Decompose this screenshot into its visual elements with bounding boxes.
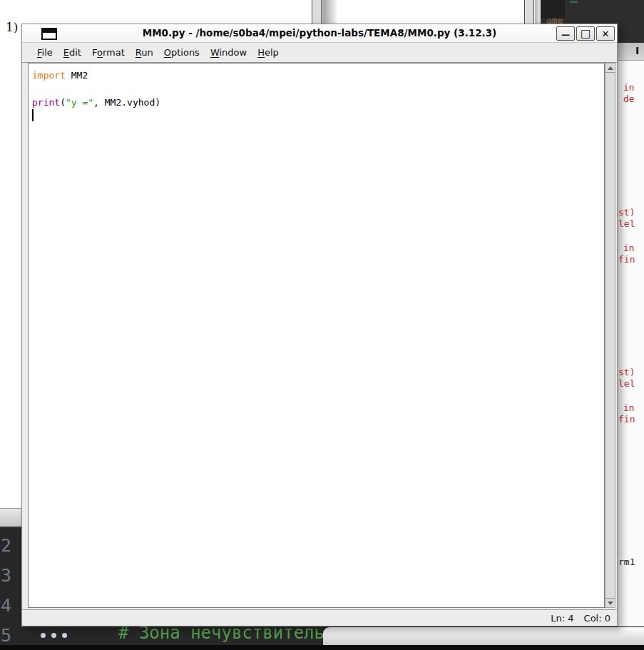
menu-format[interactable]: Format: [91, 46, 126, 59]
red-text-fragment: lel: [618, 219, 635, 229]
editor-scrollbar[interactable]: [605, 63, 615, 608]
menu-label: dit: [69, 47, 81, 58]
menu-file[interactable]: File: [36, 46, 53, 59]
statusbar: Ln: 4 Col: 0: [22, 609, 617, 626]
window-title: MM0.py - /home/s0ba4/mpei/python-labs/TE…: [22, 27, 617, 39]
red-text-fragment: in: [623, 83, 635, 93]
background-window-shadow: [322, 0, 337, 24]
background-teal-mark: [570, 1, 578, 3]
close-button[interactable]: ✕: [596, 26, 615, 41]
scrollbar-thumb[interactable]: [605, 73, 615, 598]
menu-run[interactable]: Run: [135, 46, 154, 59]
menu-label: ptions: [171, 47, 200, 58]
maximize-button[interactable]: □: [576, 26, 595, 41]
background-scrollbar[interactable]: [312, 0, 322, 24]
whitespace-dot: [62, 633, 67, 638]
triangle-down-icon: [608, 601, 613, 605]
idle-editor-window: MM0.py - /home/s0ba4/mpei/python-labs/TE…: [21, 24, 618, 626]
menu-edit[interactable]: Edit: [63, 46, 82, 59]
menu-label: F: [92, 47, 97, 58]
screen: ame I in de st) lel in fin st) lel in fi…: [0, 0, 644, 650]
red-text-fragment: de: [623, 94, 635, 104]
bottom-black-bar: [0, 645, 644, 650]
minimize-button[interactable]: —: [556, 26, 575, 41]
red-text-fragment: st): [618, 208, 635, 218]
code-token: (: [60, 97, 66, 108]
text-cursor: [32, 109, 34, 121]
code-editor[interactable]: import MM2 print("y =", MM2.vyhod): [28, 63, 605, 608]
menu-label: ile: [42, 47, 53, 58]
dark-text-fragment: rm1: [618, 557, 635, 567]
menubar: File Edit Format Run Options Window Help: [22, 43, 617, 63]
menu-label: o: [97, 47, 103, 58]
status-line: Ln: 4: [551, 613, 573, 624]
minimize-icon: —: [561, 30, 570, 40]
editor-row: import MM2 print("y =", MM2.vyhod): [27, 63, 615, 608]
header-text-fragment: I: [635, 45, 639, 56]
window-controls: — □ ✕: [556, 26, 615, 41]
whitespace-dot: [51, 633, 56, 638]
red-text-fragment: in: [623, 403, 635, 413]
menu-label: indow: [219, 47, 247, 58]
background-window-bottom-edge: [0, 508, 21, 527]
background-right-window: I: [618, 43, 644, 626]
scrollbar-up-arrow[interactable]: [605, 64, 615, 73]
titlebar[interactable]: MM0.py - /home/s0ba4/mpei/python-labs/TE…: [22, 24, 617, 43]
menu-label: rmat: [103, 47, 125, 58]
menu-label: W: [210, 47, 220, 58]
background-right-window-header: I: [618, 43, 644, 61]
menu-label: E: [63, 47, 69, 58]
maximize-icon: □: [581, 27, 591, 40]
menu-label: elp: [265, 47, 279, 58]
triangle-up-icon: [608, 66, 613, 70]
whitespace-dot: [41, 633, 46, 638]
status-col: Col: 0: [584, 613, 610, 624]
menu-label: O: [164, 47, 171, 58]
background-overlay-panel: [323, 627, 644, 646]
code-token: MM2: [66, 70, 88, 81]
menu-window[interactable]: Window: [210, 46, 247, 59]
red-text-fragment: fin: [618, 255, 635, 265]
code-token: import: [32, 70, 66, 81]
red-text-fragment: in: [623, 243, 635, 253]
scrollbar-down-arrow[interactable]: [605, 598, 615, 607]
background-window-shadow: [535, 0, 541, 24]
close-icon: ✕: [602, 29, 610, 39]
page-annotation: 1): [6, 20, 18, 34]
menu-options[interactable]: Options: [163, 46, 200, 59]
menu-label: R: [136, 47, 141, 58]
red-text-fragment: st): [618, 367, 635, 377]
line-number: 2: [1, 537, 14, 555]
red-text-fragment: lel: [618, 379, 635, 389]
code-token: print: [32, 97, 60, 108]
code-text: import MM2 print("y =", MM2.vyhod): [29, 64, 604, 109]
red-text-fragment: fin: [618, 415, 635, 425]
menu-label: H: [257, 47, 265, 58]
code-token: , MM2.vyhod): [93, 97, 160, 108]
line-number: 3: [1, 567, 14, 585]
background-scrollbar[interactable]: [524, 0, 534, 24]
code-token: "y =": [66, 97, 93, 108]
menu-label: un: [141, 47, 153, 58]
line-number: 4: [1, 596, 14, 615]
line-number: 5: [1, 626, 14, 645]
menu-help[interactable]: Help: [257, 46, 280, 59]
